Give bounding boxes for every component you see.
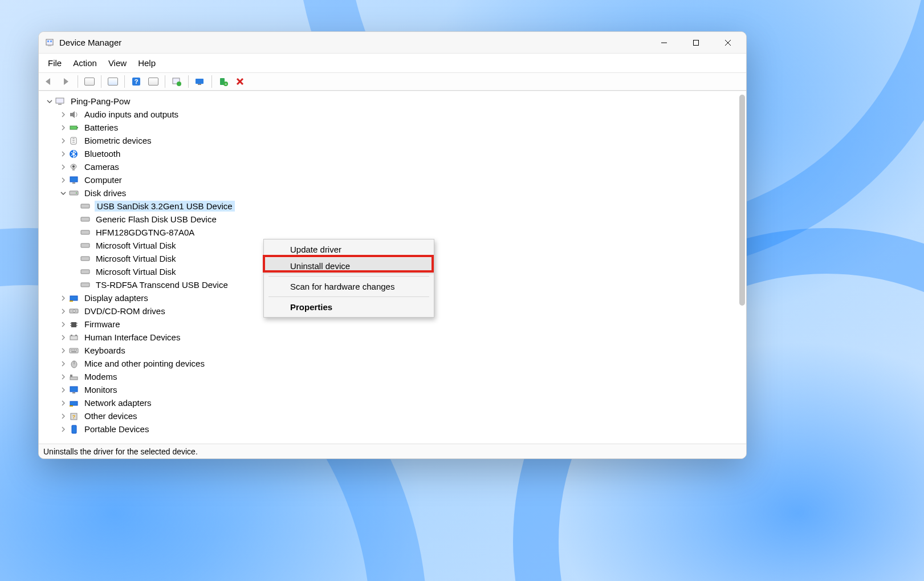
- menu-view[interactable]: View: [103, 56, 132, 70]
- show-hidden-icon[interactable]: [82, 75, 97, 88]
- action-center-icon[interactable]: [145, 75, 161, 88]
- disk-drive-item[interactable]: HFM128GDGTNG-87A0A: [43, 226, 746, 239]
- menu-file[interactable]: File: [42, 56, 67, 70]
- category-modems[interactable]: Modems: [43, 370, 746, 383]
- monitor-icon: [68, 384, 80, 396]
- add-legacy-icon[interactable]: +: [215, 75, 231, 88]
- ctx-update-driver[interactable]: Update driver: [264, 241, 434, 258]
- category-other[interactable]: ? Other devices: [43, 409, 746, 422]
- chevron-down-icon[interactable]: [59, 189, 67, 197]
- svg-rect-54: [70, 348, 78, 353]
- category-hid[interactable]: Human Interface Devices: [43, 331, 746, 344]
- properties-icon[interactable]: [105, 75, 121, 88]
- svg-rect-52: [71, 335, 72, 336]
- disk-drive-item-selected[interactable]: USB SanDisk 3.2Gen1 USB Device: [43, 200, 746, 213]
- maximize-button[interactable]: [680, 32, 712, 53]
- svg-rect-43: [70, 300, 73, 302]
- svg-rect-62: [70, 377, 78, 380]
- chevron-right-icon[interactable]: [59, 360, 67, 368]
- update-driver-icon[interactable]: [169, 75, 185, 88]
- chevron-right-icon[interactable]: [59, 373, 67, 381]
- monitor-icon: [68, 174, 80, 186]
- category-disk-drives[interactable]: Disk drives: [43, 186, 746, 200]
- svg-point-45: [73, 310, 75, 312]
- disk-drive-item[interactable]: Generic Flash Disk USB Device: [43, 213, 746, 226]
- ctx-properties[interactable]: Properties: [264, 299, 434, 315]
- category-firmware[interactable]: Firmware: [43, 318, 746, 331]
- camera-icon: [68, 161, 80, 173]
- svg-rect-39: [81, 257, 89, 261]
- category-label: Biometric devices: [83, 136, 153, 145]
- svg-rect-32: [72, 182, 75, 184]
- ctx-uninstall-device[interactable]: Uninstall device: [264, 258, 434, 274]
- svg-rect-58: [76, 350, 77, 351]
- chevron-right-icon[interactable]: [59, 334, 67, 342]
- toolbar-separator: [188, 75, 189, 88]
- category-label: Computer: [83, 175, 123, 185]
- ctx-scan-hardware[interactable]: Scan for hardware changes: [264, 278, 434, 295]
- gpu-icon: [68, 292, 80, 304]
- category-network[interactable]: Network adapters: [43, 396, 746, 409]
- chevron-right-icon[interactable]: [59, 347, 67, 355]
- chevron-right-icon[interactable]: [59, 399, 67, 407]
- battery-icon: [68, 122, 80, 133]
- statusbar: Uninstalls the driver for the selected d…: [39, 444, 746, 458]
- toolbar-separator: [124, 75, 125, 88]
- category-label: Keyboards: [83, 346, 127, 355]
- chevron-right-icon[interactable]: [59, 294, 67, 302]
- chevron-right-icon[interactable]: [59, 137, 67, 145]
- toolbar-separator: [78, 75, 78, 88]
- chevron-right-icon[interactable]: [59, 111, 67, 119]
- menu-help[interactable]: Help: [132, 56, 161, 70]
- category-audio[interactable]: Audio inputs and outputs: [43, 108, 746, 121]
- uninstall-device-icon[interactable]: [233, 75, 249, 88]
- svg-rect-25: [77, 127, 78, 128]
- forward-icon[interactable]: [58, 75, 74, 88]
- chevron-right-icon[interactable]: [59, 307, 67, 315]
- category-portable[interactable]: Portable Devices: [43, 422, 746, 436]
- svg-marker-9: [64, 78, 68, 85]
- menu-action[interactable]: Action: [67, 56, 103, 70]
- category-monitors[interactable]: Monitors: [43, 383, 746, 396]
- disk-icon: [80, 279, 91, 291]
- chevron-right-icon[interactable]: [59, 386, 67, 394]
- chevron-right-icon[interactable]: [59, 124, 67, 132]
- svg-rect-41: [81, 283, 89, 287]
- category-computer[interactable]: Computer: [43, 173, 746, 186]
- svg-rect-57: [74, 350, 75, 351]
- svg-rect-66: [70, 401, 78, 405]
- svg-rect-42: [70, 296, 78, 300]
- category-batteries[interactable]: Batteries: [43, 121, 746, 134]
- toolbar-separator: [101, 75, 101, 88]
- chevron-right-icon[interactable]: [59, 176, 67, 184]
- ctx-divider: [268, 276, 429, 277]
- close-button[interactable]: [712, 32, 744, 53]
- chevron-right-icon[interactable]: [59, 412, 67, 420]
- back-icon[interactable]: [41, 75, 57, 88]
- category-mice[interactable]: Mice and other pointing devices: [43, 357, 746, 370]
- minimize-button[interactable]: [648, 32, 680, 53]
- chevron-right-icon[interactable]: [59, 163, 67, 171]
- category-biometric[interactable]: Biometric devices: [43, 134, 746, 147]
- fingerprint-icon: [68, 135, 80, 147]
- disk-drive-label: Generic Flash Disk USB Device: [95, 214, 218, 224]
- chevron-right-icon[interactable]: [59, 320, 67, 328]
- chevron-right-icon[interactable]: [59, 425, 67, 433]
- category-cameras[interactable]: Cameras: [43, 160, 746, 173]
- chevron-down-icon[interactable]: [46, 97, 54, 105]
- category-label: Other devices: [83, 411, 139, 421]
- help-icon[interactable]: ?: [128, 75, 144, 88]
- category-label: Firmware: [83, 319, 121, 329]
- chip-icon: [68, 319, 80, 330]
- hid-icon: [68, 332, 80, 343]
- disk-icon: [80, 240, 91, 251]
- category-bluetooth[interactable]: Bluetooth: [43, 147, 746, 160]
- svg-rect-36: [81, 217, 89, 221]
- scrollbar-thumb[interactable]: [739, 95, 745, 306]
- tree-root[interactable]: Ping-Pang-Pow: [43, 95, 746, 108]
- scan-hardware-icon[interactable]: [192, 75, 208, 88]
- svg-rect-64: [70, 387, 78, 392]
- category-keyboards[interactable]: Keyboards: [43, 344, 746, 357]
- chevron-right-icon[interactable]: [59, 150, 67, 158]
- titlebar[interactable]: Device Manager: [39, 32, 746, 54]
